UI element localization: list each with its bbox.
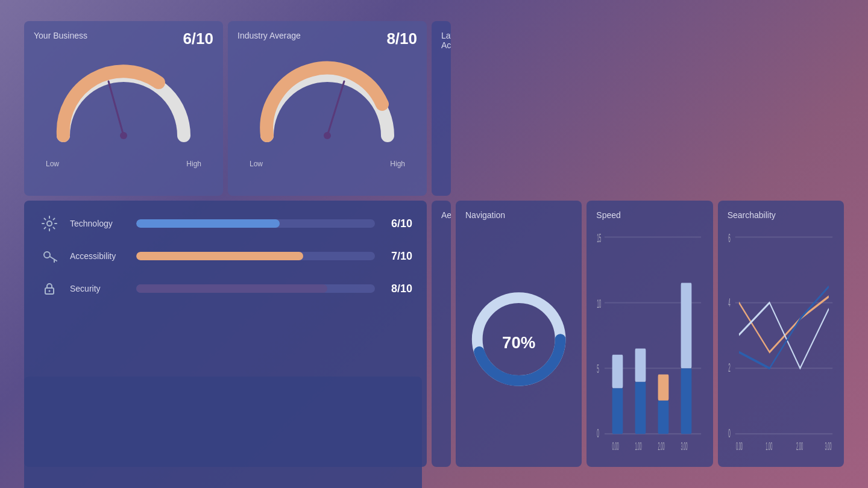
svg-text:2.00: 2.00 <box>658 440 665 452</box>
svg-rect-66 <box>681 283 692 369</box>
accessibility-row: Accessibility 7/10 <box>39 245 412 267</box>
svg-text:4: 4 <box>728 295 731 309</box>
security-label: Security <box>70 284 136 293</box>
svg-rect-61 <box>635 382 646 434</box>
security-score: 8/10 <box>382 283 412 295</box>
svg-text:3.00: 3.00 <box>681 440 688 452</box>
svg-text:0.00: 0.00 <box>736 440 743 452</box>
svg-text:2.00: 2.00 <box>796 440 803 452</box>
svg-point-1 <box>120 132 127 139</box>
svg-point-3 <box>324 132 331 139</box>
technology-score: 6/10 <box>382 217 412 230</box>
speed-chart: 15 10 5 0 <box>596 225 703 454</box>
svg-rect-65 <box>681 368 692 434</box>
dashboard: Your Business 6/10 Low High Industry Ave… <box>24 21 844 467</box>
business-gauge-card: Your Business 6/10 Low High <box>24 21 223 196</box>
searchability-card: Searchability 6 4 2 0 <box>718 201 844 467</box>
svg-text:0.00: 0.00 <box>612 440 619 452</box>
security-row: Security 8/10 <box>39 278 412 299</box>
metrics-section: Technology 6/10 Accessibility 7/10 <box>24 201 427 467</box>
navigation-title: Navigation <box>465 210 572 220</box>
svg-text:10: 10 <box>597 296 602 310</box>
industry-gauge <box>237 45 417 166</box>
speed-title: Speed <box>596 210 703 220</box>
svg-text:0: 0 <box>597 426 600 440</box>
technology-bar <box>136 219 280 228</box>
accessibility-score: 7/10 <box>382 250 412 263</box>
svg-text:15: 15 <box>597 231 602 245</box>
technology-row: Technology 6/10 <box>39 213 412 234</box>
svg-text:0: 0 <box>728 426 731 440</box>
business-gauge <box>34 45 213 166</box>
key-icon <box>39 245 60 267</box>
security-bar <box>136 284 327 293</box>
svg-rect-64 <box>658 375 669 401</box>
technology-bar-bg <box>136 219 375 228</box>
aesthetics-card: Aesthetics 5 4 3 2 1 0 <box>432 201 451 467</box>
speed-card: Speed 15 10 5 0 <box>587 201 712 467</box>
security-bar-bg <box>136 284 375 293</box>
svg-line-2 <box>327 81 344 136</box>
searchability-chart: 6 4 2 0 0.00 1.00 2.00 3.00 <box>728 225 834 454</box>
accessibility-bar <box>136 252 303 260</box>
svg-point-22 <box>47 221 52 226</box>
svg-point-27 <box>49 290 51 292</box>
svg-rect-59 <box>612 388 623 434</box>
svg-line-0 <box>108 81 124 136</box>
accessibility-label: Accessibility <box>70 251 136 261</box>
svg-text:70%: 70% <box>502 333 535 352</box>
svg-text:1.00: 1.00 <box>635 440 642 452</box>
svg-text:2: 2 <box>728 361 731 375</box>
gear-icon <box>39 213 60 234</box>
svg-rect-63 <box>658 401 669 434</box>
technology-label: Technology <box>70 219 136 228</box>
svg-text:5: 5 <box>597 362 600 376</box>
searchability-title: Searchability <box>728 210 834 220</box>
accessibility-bar-bg <box>136 252 375 260</box>
svg-rect-60 <box>612 355 623 388</box>
svg-rect-62 <box>635 348 646 381</box>
svg-point-23 <box>44 252 50 258</box>
navigation-card: Navigation 70% <box>456 201 582 467</box>
svg-text:6: 6 <box>728 231 731 245</box>
industry-gauge-card: Industry Average 8/10 Low High <box>228 21 427 196</box>
svg-text:3.00: 3.00 <box>825 440 831 452</box>
activities-card: Latest Activities 6 5 4 3 2 1 0 20 <box>432 21 451 196</box>
navigation-donut: 70% <box>465 225 572 454</box>
svg-line-24 <box>50 257 57 261</box>
svg-text:1.00: 1.00 <box>766 440 772 452</box>
lock-icon <box>39 278 60 299</box>
